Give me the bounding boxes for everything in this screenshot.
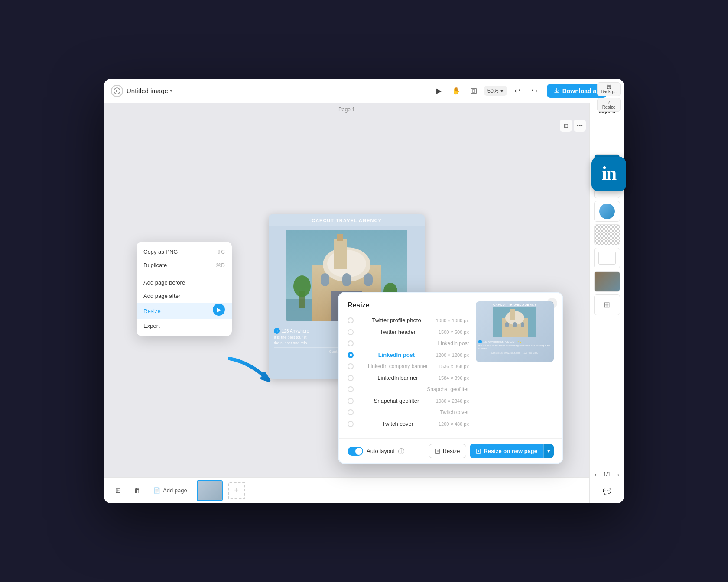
redo-btn[interactable]: ↪	[528, 84, 542, 98]
page-counter: 1/1	[603, 472, 611, 478]
radio-empty-icon	[348, 329, 354, 335]
zoom-control[interactable]: 50% ▾	[484, 86, 507, 96]
svg-rect-8	[334, 239, 347, 269]
ctx-divider-1	[136, 274, 232, 274]
ctx-duplicate[interactable]: Duplicate ⌘D	[136, 259, 232, 272]
preview-addr-dot-icon	[478, 340, 482, 343]
resize-option-linkedin-company[interactable]: LinkedIn company banner 1536 × 368 px	[348, 361, 469, 372]
main-area: Page 1 ⊞ ••• CAPCUT TRAVEL AGENCY	[104, 103, 624, 503]
svg-rect-21	[510, 309, 515, 320]
ctx-copy-png[interactable]: Copy as PNG ⇧C	[136, 245, 232, 259]
preview-footer: 123 Anywhere St., Any City 5★ It is the …	[476, 338, 554, 356]
white-rect-shape	[598, 252, 616, 265]
add-page-label: Add page	[163, 487, 187, 494]
resize-btn-group: Resize on new page ▾	[470, 444, 554, 458]
resize-option-twitter-photo[interactable]: Twitter profile photo 1080 × 1080 px	[348, 314, 469, 326]
toolbar-center: ▶ ✋ 50% ▾ ↩ ↪	[432, 84, 542, 98]
svg-rect-1	[471, 88, 476, 94]
next-page-btn[interactable]: ›	[612, 469, 624, 481]
page-thumbnail-1[interactable]	[197, 480, 223, 501]
thumb-mini-image	[198, 481, 222, 500]
resize-option-linkedin-post-label: LinkedIn post	[348, 338, 469, 349]
resize-opt-linkedin-company-dims: 1536 × 368 px	[439, 364, 469, 369]
ctx-copy-shortcut: ⇧C	[217, 249, 225, 255]
resize-option-twitch[interactable]: Twitch cover 1200 × 480 px	[348, 418, 469, 430]
resize-opt-twitch-sub: Twitch cover	[440, 409, 469, 415]
preview-addr-row: 123 Anywhere St., Any City 5★	[478, 340, 551, 343]
radio-selected-icon	[348, 352, 354, 358]
layer-photo-thumb	[595, 272, 620, 291]
comment-btn[interactable]: 💬	[600, 484, 614, 498]
select-tool-btn[interactable]: ▶	[432, 84, 446, 98]
radio-empty-icon	[348, 375, 354, 381]
resize-opt-twitch-name: Twitch cover	[382, 420, 413, 427]
radio-empty-icon	[348, 398, 354, 404]
ctx-add-before[interactable]: Add page before	[136, 276, 232, 289]
resize-option-twitch-label: Twitch cover	[348, 407, 469, 418]
resize-option-twitter-header[interactable]: Twitter header 1500 × 500 px	[348, 326, 469, 338]
add-page-icon: 📄	[153, 487, 160, 494]
undo-btn[interactable]: ↩	[510, 84, 524, 98]
circle-shape	[599, 204, 615, 219]
preview-header-text: CAPCUT TRAVEL AGENCY	[476, 301, 554, 306]
checker-pattern	[595, 225, 620, 245]
layer-checker[interactable]	[594, 224, 620, 245]
resize-panel-btn[interactable]: ⤢ Resize	[597, 103, 621, 112]
svg-rect-9	[337, 234, 343, 241]
layer-grid[interactable]: ⊞	[594, 294, 620, 315]
resize-preview-image: CAPCUT TRAVEL AGENCY	[476, 301, 554, 362]
resize-dialog-title: Resize	[348, 301, 469, 309]
resize-preview-panel: CAPCUT TRAVEL AGENCY	[476, 301, 554, 430]
radio-empty-icon	[348, 363, 354, 369]
canvas-content[interactable]: ⊞ ••• CAPCUT TRAVEL AGENCY	[104, 116, 589, 477]
capcut-logo-icon	[111, 85, 123, 97]
ctx-resize[interactable]: Resize ▶	[136, 303, 232, 319]
add-page-thumb[interactable]: +	[228, 482, 245, 499]
resize-opt-linkedin-post-sub: LinkedIn post	[438, 340, 469, 346]
canvas-more-btn[interactable]: •••	[574, 120, 586, 132]
hand-tool-btn[interactable]: ✋	[449, 84, 463, 98]
resize-option-linkedin-banner[interactable]: LinkedIn banner 1584 × 396 px	[348, 372, 469, 384]
resize-actions: Resize Resize on new page ▾	[429, 444, 554, 458]
resize-option-snapchat-label: Snapchat geofilter	[348, 384, 469, 395]
ctx-add-before-label: Add page before	[143, 279, 185, 286]
page-label: Page 1	[104, 103, 589, 116]
ctx-add-after[interactable]: Add page after	[136, 289, 232, 303]
resize-opt-snapchat-dims: 1080 × 2340 px	[436, 398, 469, 404]
auto-layout-toggle[interactable]: Auto layout i	[348, 447, 404, 456]
trash-btn[interactable]: 🗑	[130, 484, 144, 498]
doc-title[interactable]: Untitled image ▾	[127, 87, 172, 94]
ctx-copy-png-label: Copy as PNG	[143, 249, 178, 255]
layer-white-rect[interactable]	[594, 248, 620, 268]
resize-opt-linkedin-banner-dims: 1584 × 396 px	[439, 375, 469, 381]
frame-tool-btn[interactable]	[467, 84, 481, 98]
toggle-switch[interactable]	[348, 447, 363, 456]
ctx-export[interactable]: Export	[136, 319, 232, 333]
layer-photo[interactable]	[594, 271, 620, 292]
layers-bottom-btn[interactable]: ⊞	[111, 484, 125, 498]
canvas-icon-btn[interactable]: ⊞	[560, 120, 572, 132]
svg-rect-22	[505, 322, 509, 327]
resize-on-new-page-dropdown[interactable]: ▾	[543, 444, 554, 458]
layer-circle[interactable]	[594, 201, 620, 222]
resize-btn[interactable]: Resize	[429, 444, 467, 458]
add-page-btn[interactable]: 📄 Add page	[149, 485, 192, 496]
chevron-down-icon: ▾	[170, 88, 172, 94]
resize-option-snapchat[interactable]: Snapchat geofilter 1080 × 2340 px	[348, 395, 469, 407]
resize-on-new-page-btn[interactable]: Resize on new page	[470, 444, 543, 458]
bg-resize-btns: 🖼 Backg... ⤢ Resize	[597, 103, 621, 112]
resize-dialog-footer: Auto layout i Resize Resize	[339, 438, 562, 463]
resize-option-linkedin-post[interactable]: LinkedIn post 1200 × 1200 px	[348, 349, 469, 361]
ctx-dup-shortcut: ⌘D	[216, 262, 225, 268]
info-icon[interactable]: i	[398, 448, 404, 454]
app-window: Untitled image ▾ ▶ ✋ 50% ▾ ↩ ↪ Download …	[104, 79, 624, 503]
resize-opt-twitch-dims: 1200 × 480 px	[439, 421, 469, 427]
preview-contact: Contact us: www.liscut.com | +123-456-78…	[478, 352, 551, 354]
resize-opt-twitter-photo-name: Twitter profile photo	[372, 317, 421, 323]
radio-empty-icon	[348, 421, 354, 427]
resize-dialog-inner: Resize Twitter profile photo 1080 × 1080…	[339, 293, 562, 438]
grid-icon: ⊞	[604, 300, 610, 310]
blue-arrow-decoration	[225, 354, 277, 391]
prev-page-btn[interactable]: ‹	[589, 469, 601, 481]
context-menu: Copy as PNG ⇧C Duplicate ⌘D Add page bef…	[136, 242, 232, 336]
